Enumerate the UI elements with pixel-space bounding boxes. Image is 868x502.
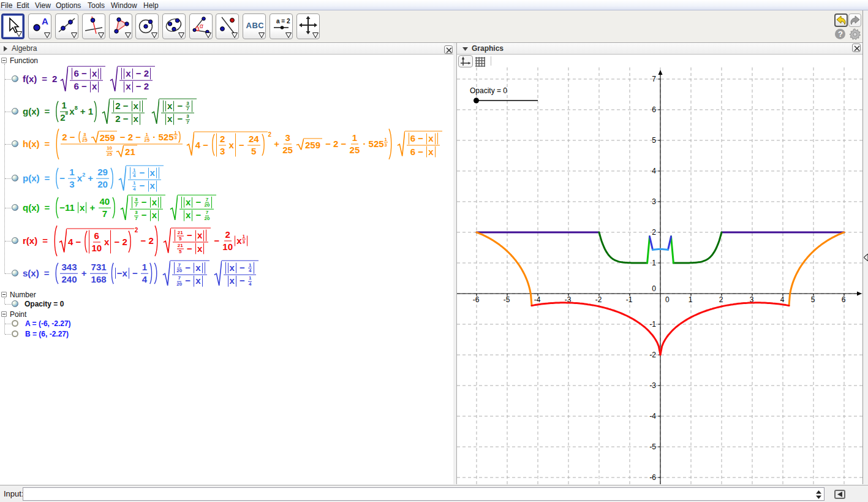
svg-text:4: 4 — [780, 295, 785, 304]
svg-text:-1: -1 — [649, 320, 656, 329]
svg-text:-1: -1 — [626, 295, 633, 304]
svg-text:7: 7 — [652, 75, 656, 83]
svg-text:A: A — [42, 16, 48, 26]
svg-text:3: 3 — [652, 197, 656, 206]
svg-text:2: 2 — [719, 295, 723, 304]
svg-text:1: 1 — [652, 259, 656, 267]
svg-text:0: 0 — [665, 295, 670, 304]
svg-text:0: 0 — [652, 284, 656, 293]
svg-text:a = 2: a = 2 — [276, 18, 290, 25]
svg-text:-2: -2 — [595, 295, 602, 304]
svg-text:5: 5 — [652, 136, 656, 145]
svg-text:Opacity = 0: Opacity = 0 — [470, 86, 507, 95]
svg-text:-2: -2 — [649, 351, 656, 359]
svg-text:-4: -4 — [649, 412, 656, 420]
svg-text:-3: -3 — [649, 381, 656, 390]
svg-text:-5: -5 — [649, 443, 656, 451]
svg-text:-4: -4 — [534, 295, 541, 304]
svg-text:1: 1 — [689, 295, 693, 304]
svg-text:ABC: ABC — [246, 21, 264, 30]
svg-text:4: 4 — [652, 167, 656, 175]
svg-text:-6: -6 — [649, 473, 656, 482]
svg-text:-6: -6 — [473, 295, 480, 304]
svg-text:α: α — [200, 23, 203, 29]
svg-text:6: 6 — [842, 295, 846, 304]
svg-text:5: 5 — [811, 295, 815, 304]
svg-text:2: 2 — [652, 228, 656, 237]
svg-text:-5: -5 — [504, 295, 510, 304]
svg-text:6: 6 — [652, 105, 656, 114]
